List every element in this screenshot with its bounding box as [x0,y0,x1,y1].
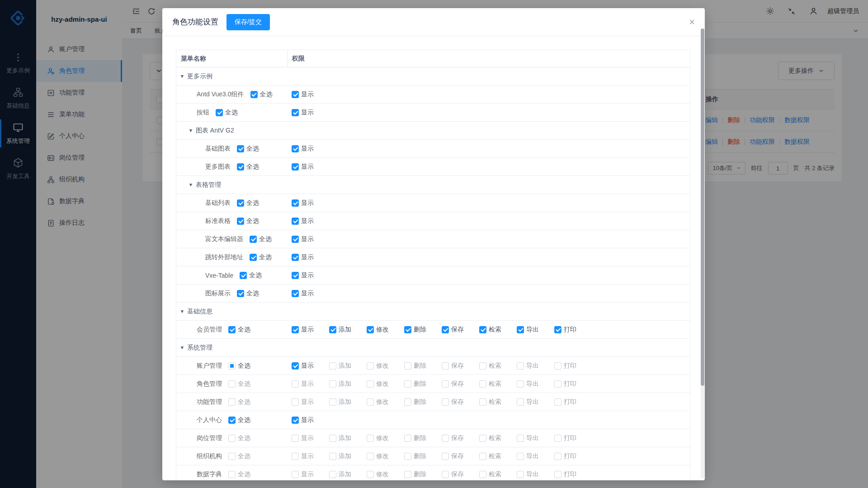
perm-checkbox-修改[interactable]: 修改 [367,380,404,388]
perm-checkbox-保存[interactable]: 保存 [442,362,479,370]
perm-checkbox-导出[interactable]: 导出 [517,398,554,406]
perm-checkbox-显示[interactable]: 显示 [292,109,329,117]
perm-checkbox-显示[interactable]: 显示 [292,90,329,99]
perm-checkbox-删除[interactable]: 删除 [404,362,442,370]
perm-checkbox-修改[interactable]: 修改 [367,470,404,479]
perm-checkbox-导出[interactable]: 导出 [517,452,554,460]
perm-checkbox-打印[interactable]: 打印 [554,326,592,334]
perm-checkbox-保存[interactable]: 保存 [442,452,479,460]
perm-checkbox-打印[interactable]: 打印 [554,470,592,479]
perm-checkbox-打印[interactable]: 打印 [554,398,592,406]
perm-checkbox-导出[interactable]: 导出 [517,326,554,334]
collapse-arrow-icon[interactable]: ▼ [180,74,185,79]
perm-checkbox-添加[interactable]: 添加 [329,434,367,442]
perm-checkbox-显示[interactable]: 显示 [292,217,329,225]
perm-checkbox-显示[interactable]: 显示 [292,235,329,243]
perm-checkbox-检索[interactable]: 检索 [479,470,517,479]
menu-name: 富文本编辑器 [205,235,243,243]
select-all-checkbox[interactable]: 全选 [228,434,250,442]
perm-checkbox-检索[interactable]: 检索 [479,380,517,388]
perm-checkbox-添加[interactable]: 添加 [329,470,367,479]
perm-checkbox-保存[interactable]: 保存 [442,398,479,406]
permission-table-header: 菜单名称 权限 [176,50,690,67]
checkbox [404,398,411,406]
perm-checkbox-显示[interactable]: 显示 [292,271,329,280]
perm-label: 检索 [489,434,501,442]
perm-checkbox-显示[interactable]: 显示 [292,253,329,261]
checkbox [554,398,561,406]
perm-checkbox-检索[interactable]: 检索 [479,326,517,334]
perm-checkbox-添加[interactable]: 添加 [329,326,367,334]
perm-checkbox-保存[interactable]: 保存 [442,326,479,334]
select-all-checkbox[interactable]: 全选 [240,271,262,280]
select-all-checkbox[interactable]: 全选 [216,109,238,117]
perm-checkbox-修改[interactable]: 修改 [367,398,404,406]
perm-checkbox-检索[interactable]: 检索 [479,452,517,460]
perm-checkbox-修改[interactable]: 修改 [367,326,404,334]
perm-checkbox-添加[interactable]: 添加 [329,452,367,460]
perm-checkbox-删除[interactable]: 删除 [404,434,442,442]
perm-checkbox-导出[interactable]: 导出 [517,470,554,479]
perm-checkbox-修改[interactable]: 修改 [367,434,404,442]
perm-checkbox-显示[interactable]: 显示 [292,326,329,334]
perm-checkbox-修改[interactable]: 修改 [367,362,404,370]
perm-checkbox-打印[interactable]: 打印 [554,434,592,442]
select-all-checkbox[interactable]: 全选 [250,90,273,99]
select-all-checkbox[interactable]: 全选 [237,289,259,298]
perm-checkbox-导出[interactable]: 导出 [517,362,554,370]
select-all-checkbox[interactable]: 全选 [237,163,259,171]
perm-checkbox-保存[interactable]: 保存 [442,380,479,388]
modal-scrollbar-thumb[interactable] [701,28,704,386]
perm-checkbox-删除[interactable]: 删除 [404,380,442,388]
collapse-arrow-icon[interactable]: ▼ [189,128,193,133]
perm-checkbox-显示[interactable]: 显示 [292,398,329,406]
select-all-checkbox[interactable]: 全选 [228,398,250,406]
perm-checkbox-修改[interactable]: 修改 [367,452,404,460]
perm-checkbox-显示[interactable]: 显示 [292,362,329,370]
collapse-arrow-icon[interactable]: ▼ [180,345,185,350]
perm-checkbox-检索[interactable]: 检索 [479,398,517,406]
save-submit-button[interactable]: 保存/提交 [226,14,270,30]
perm-checkbox-显示[interactable]: 显示 [292,163,329,171]
select-all-checkbox[interactable]: 全选 [228,362,250,370]
perm-checkbox-检索[interactable]: 检索 [479,362,517,370]
perm-checkbox-删除[interactable]: 删除 [404,326,442,334]
select-all-checkbox[interactable]: 全选 [228,452,250,460]
perm-checkbox-显示[interactable]: 显示 [292,470,329,479]
perm-checkbox-删除[interactable]: 删除 [404,470,442,479]
perm-checkbox-检索[interactable]: 检索 [479,434,517,442]
select-all-checkbox[interactable]: 全选 [250,253,272,261]
perm-checkbox-显示[interactable]: 显示 [292,380,329,388]
perm-checkbox-删除[interactable]: 删除 [404,398,442,406]
perm-checkbox-添加[interactable]: 添加 [329,362,367,370]
perm-checkbox-显示[interactable]: 显示 [292,452,329,460]
select-all-checkbox[interactable]: 全选 [237,145,259,153]
menu-name: 会员管理 [197,326,222,334]
perm-checkbox-保存[interactable]: 保存 [442,470,479,479]
perm-checkbox-保存[interactable]: 保存 [442,434,479,442]
perm-checkbox-显示[interactable]: 显示 [292,289,329,298]
select-all-checkbox[interactable]: 全选 [250,235,272,243]
select-all-checkbox[interactable]: 全选 [228,326,250,334]
select-all-checkbox[interactable]: 全选 [228,380,250,388]
perm-checkbox-显示[interactable]: 显示 [292,145,329,153]
perm-checkbox-删除[interactable]: 删除 [404,452,442,460]
perm-checkbox-显示[interactable]: 显示 [292,199,329,207]
perm-checkbox-显示[interactable]: 显示 [292,416,329,424]
select-all-checkbox[interactable]: 全选 [228,470,250,479]
perm-label: 打印 [564,452,576,460]
perm-checkbox-导出[interactable]: 导出 [517,434,554,442]
select-all-checkbox[interactable]: 全选 [228,416,250,424]
collapse-arrow-icon[interactable]: ▼ [189,182,193,187]
perm-checkbox-打印[interactable]: 打印 [554,380,592,388]
perm-checkbox-添加[interactable]: 添加 [329,380,367,388]
select-all-checkbox[interactable]: 全选 [237,199,259,207]
perm-checkbox-添加[interactable]: 添加 [329,398,367,406]
perm-checkbox-打印[interactable]: 打印 [554,362,592,370]
select-all-checkbox[interactable]: 全选 [237,217,259,225]
perm-checkbox-显示[interactable]: 显示 [292,434,329,442]
perm-checkbox-导出[interactable]: 导出 [517,380,554,388]
close-icon[interactable]: × [689,17,695,27]
perm-checkbox-打印[interactable]: 打印 [554,452,592,460]
collapse-arrow-icon[interactable]: ▼ [180,309,185,314]
